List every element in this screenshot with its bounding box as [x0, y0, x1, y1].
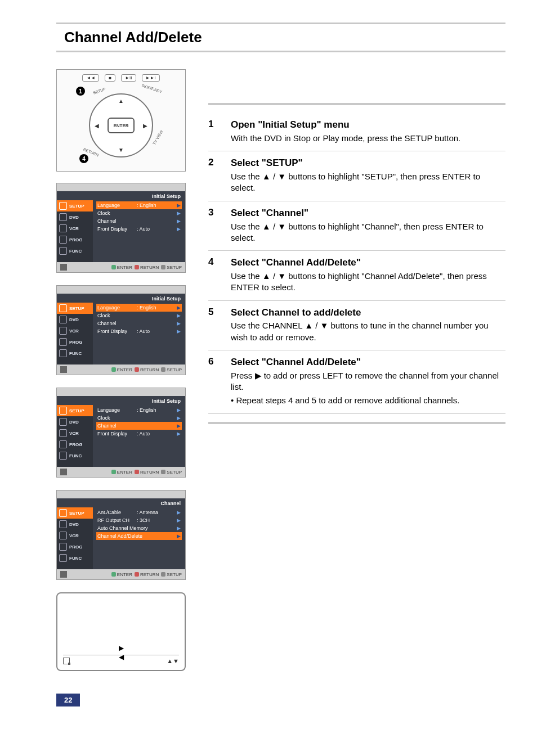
divider [208, 422, 505, 424]
step-text: Use the CHANNEL ▲ / ▼ buttons to tune in… [231, 320, 505, 343]
disc-icon [59, 418, 67, 426]
remote-stop-icon: ■ [105, 74, 115, 82]
osd-row: Ant./Cable: Antenna▶ [96, 508, 182, 516]
step-text: With the DVD in Stop or Play mode, press… [231, 133, 505, 144]
step-1: 1 Open "Initial Setup" menu With the DVD… [208, 113, 505, 151]
osd-row: Clock▶ [96, 312, 182, 320]
disc-icon [59, 213, 67, 221]
clock-icon [59, 236, 67, 244]
osd-side-dvd: DVD [57, 212, 93, 223]
remote-label-tvview: TV VIEW [152, 129, 163, 145]
gear-icon [59, 509, 67, 517]
osd-row: Clock▶ [96, 414, 182, 422]
remote-ff-icon: ►►I [142, 74, 160, 82]
clock-icon [59, 440, 67, 448]
osd-row: Front Display: Auto▶ [96, 327, 182, 335]
osd-row: RF Output CH: 3CH▶ [96, 516, 182, 524]
remote-rewind-icon: ◄◄ [82, 74, 99, 82]
step-text: Use the ▲ / ▼ buttons to highlight "Chan… [231, 271, 505, 294]
step-heading: Select "Channel Add/Delete" [231, 356, 505, 369]
page-title-bar: Channel Add/Delete [56, 22, 505, 52]
page-title: Channel Add/Delete [64, 29, 498, 46]
clock-icon [59, 543, 67, 551]
arrow-right-icon: ▶ [143, 123, 147, 129]
osd-row: Language: English▶ [96, 304, 182, 312]
osd-side-prog: PROG [57, 234, 93, 245]
step-number: 3 [208, 207, 218, 244]
grid-icon [59, 349, 67, 357]
osd-title: Channel [57, 498, 185, 507]
tv-frame-diagram: ▶ ◀ ▲▼ [56, 592, 186, 671]
arrow-left-icon: ◀ [95, 123, 99, 129]
callout-badge-4: 4 [79, 154, 88, 163]
osd-row: Front Display: Auto▶ [96, 225, 182, 233]
step-number: 2 [208, 157, 218, 194]
gear-icon [59, 407, 67, 415]
callout-badge-1: 1 [76, 87, 85, 96]
osd-row: Auto Channel Memory▶ [96, 524, 182, 532]
step-text: Use the ▲ / ▼ buttons to highlight "Chan… [231, 221, 505, 244]
steps-column: 1 Open "Initial Setup" menu With the DVD… [208, 69, 505, 424]
arrow-up-icon: ▲ [118, 98, 124, 104]
osd-screenshot-2: Initial Setup SETUP DVD VCR PROG FUNC La… [56, 285, 186, 375]
remote-play-pause-icon: ►II [121, 74, 136, 82]
dpad-icon [60, 264, 67, 271]
tape-icon [59, 532, 67, 539]
step-bullet: • Repeat steps 4 and 5 to add or remove … [231, 395, 505, 406]
osd-row: Language: English▶ [96, 406, 182, 414]
step-3: 3 Select "Channel" Use the ▲ / ▼ buttons… [208, 201, 505, 251]
grid-icon [59, 554, 67, 562]
divider [208, 103, 505, 105]
osd-row: Channel▶ [96, 217, 182, 225]
grid-icon [59, 452, 67, 460]
remote-diagram: ◄◄ ■ ►II ►►I ▲ ▼ ◀ ▶ ENTER 1 4 SETUP SKI… [56, 69, 186, 172]
disc-icon [59, 316, 67, 323]
remote-nav-ring: ▲ ▼ ◀ ▶ ENTER [89, 93, 153, 158]
osd-side-vcr: VCR [57, 223, 93, 234]
step-2: 2 Select "SETUP" Use the ▲ / ▼ buttons t… [208, 151, 505, 201]
osd-row: Clock▶ [96, 209, 182, 217]
osd-screenshot-4: Channel SETUP DVD VCR PROG FUNC Ant./Cab… [56, 490, 186, 580]
remote-label-skip: SKIP/F.ADV [141, 83, 163, 93]
dpad-icon [60, 571, 67, 578]
triangle-right-icon: ▶ [177, 226, 181, 232]
tape-icon [59, 327, 67, 335]
step-number: 5 [208, 307, 218, 343]
step-number: 6 [208, 356, 218, 407]
remote-label-setup: SETUP [93, 87, 106, 95]
step-5: 5 Select Channel to add/delete Use the C… [208, 301, 505, 350]
dpad-icon [60, 469, 67, 475]
osd-row: Channel▶ [96, 320, 182, 327]
triangle-right-icon: ▶ [119, 644, 124, 652]
page-number: 22 [56, 694, 537, 706]
step-6: 6 Select "Channel Add/Delete" Press ▶ to… [208, 350, 505, 414]
osd-row: Language: English▶ [96, 201, 182, 209]
return-icon [63, 658, 70, 664]
step-text: Use the ▲ / ▼ buttons to highlight "SETU… [231, 171, 505, 194]
left-column: ◄◄ ■ ►II ►►I ▲ ▼ ◀ ▶ ENTER 1 4 SETUP SKI… [56, 69, 186, 671]
gear-icon [59, 202, 67, 210]
osd-row: Channel Add/Delete▶ [96, 532, 182, 540]
step-heading: Select Channel to add/delete [231, 307, 505, 320]
step-text: Press ▶ to add or press LEFT to remove t… [231, 370, 505, 393]
osd-side-setup: SETUP [57, 200, 93, 212]
step-number: 1 [208, 119, 218, 144]
osd-row: Front Display: Auto▶ [96, 430, 182, 438]
osd-row: Channel▶ [96, 422, 182, 430]
osd-screenshot-1: Initial Setup SETUP DVD VCR PROG FUNC La… [56, 183, 186, 273]
clock-icon [59, 338, 67, 346]
osd-title: Initial Setup [57, 396, 185, 405]
step-heading: Open "Initial Setup" menu [231, 119, 505, 132]
step-heading: Select "Channel" [231, 207, 505, 220]
osd-side-func: FUNC [57, 245, 93, 256]
tape-icon [59, 224, 67, 232]
osd-title: Initial Setup [57, 294, 185, 303]
triangle-right-icon: ▶ [177, 210, 181, 216]
up-down-icon: ▲▼ [167, 658, 179, 664]
tape-icon [59, 429, 67, 437]
dpad-icon [60, 366, 67, 373]
triangle-right-icon: ▶ [177, 202, 181, 208]
step-4: 4 Select "Channel Add/Delete" Use the ▲ … [208, 251, 505, 300]
arrow-down-icon: ▼ [118, 147, 124, 153]
osd-screenshot-3: Initial Setup SETUP DVD VCR PROG FUNC La… [56, 388, 186, 478]
